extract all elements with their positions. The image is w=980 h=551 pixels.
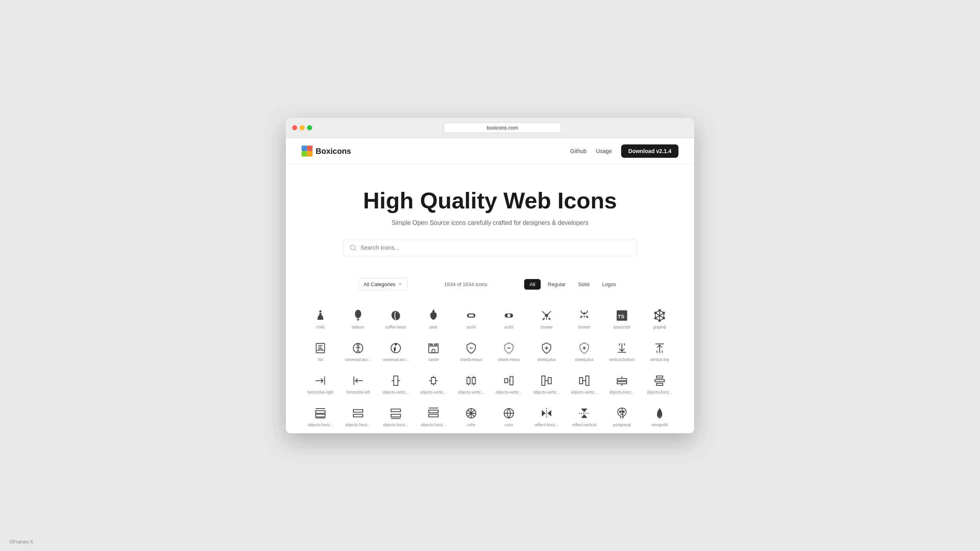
icon-rfid[interactable]: rfid — [302, 336, 339, 368]
github-link[interactable]: Github — [570, 148, 587, 154]
svg-point-6 — [319, 310, 321, 312]
svg-line-22 — [581, 316, 582, 317]
svg-point-34 — [663, 312, 665, 314]
icon-universal-acc-2[interactable]: universal-acc... — [377, 336, 415, 368]
svg-point-120 — [623, 411, 624, 412]
icon-coffee-bean[interactable]: coffee-bean — [377, 303, 415, 336]
svg-rect-103 — [353, 414, 363, 417]
url-display[interactable]: boxicons.com — [444, 122, 561, 133]
icon-vertical-bottom[interactable]: vertical-bottom — [603, 336, 641, 368]
icon-pear[interactable]: pear — [415, 303, 452, 336]
svg-rect-67 — [394, 376, 398, 385]
icon-objects-horiz-2[interactable]: objects-horiz... — [641, 368, 678, 401]
footer-credit: ©Frames X — [9, 539, 33, 545]
maximize-button[interactable] — [307, 125, 312, 130]
search-bar — [343, 239, 637, 256]
icon-objects-horiz-1[interactable]: objects-horiz... — [603, 368, 641, 401]
svg-point-37 — [655, 317, 656, 319]
tab-all[interactable]: All — [524, 279, 541, 290]
download-button[interactable]: Download v2.1.4 — [621, 144, 678, 158]
svg-rect-92 — [617, 382, 627, 384]
svg-rect-91 — [617, 379, 627, 381]
svg-line-24 — [586, 316, 587, 317]
close-button[interactable] — [292, 125, 297, 130]
icon-shower-1[interactable]: shower — [528, 303, 565, 336]
chevron-down-icon — [398, 282, 402, 286]
icon-vertical-top[interactable]: vertical-top — [641, 336, 678, 368]
icon-child[interactable]: child — [302, 303, 339, 336]
svg-point-33 — [659, 310, 660, 311]
svg-rect-96 — [655, 379, 664, 381]
icon-sushi-2[interactable]: sushi — [490, 303, 528, 336]
svg-rect-0 — [302, 146, 307, 151]
icon-typescript[interactable]: TS typescript — [603, 303, 641, 336]
svg-point-35 — [663, 317, 665, 319]
icon-shield-minus-1[interactable]: shield-minus — [452, 336, 490, 368]
svg-point-36 — [659, 320, 660, 321]
icon-castle[interactable]: castle — [415, 336, 452, 368]
svg-line-25 — [581, 316, 581, 318]
svg-point-14 — [507, 314, 510, 317]
svg-rect-108 — [429, 414, 438, 417]
category-dropdown[interactable]: All Categories — [358, 278, 408, 290]
icon-objects-vertic-1[interactable]: objects-vertic... — [377, 368, 415, 401]
svg-point-7 — [355, 310, 361, 318]
icon-shield-minus-2[interactable]: shield-minus — [490, 336, 528, 368]
svg-rect-95 — [656, 376, 663, 378]
svg-rect-75 — [467, 378, 470, 384]
icon-color-2[interactable]: color — [490, 401, 528, 433]
icon-graphql[interactable]: graphql — [641, 303, 678, 336]
usage-link[interactable]: Usage — [596, 148, 612, 154]
navbar: Boxicons Github Usage Download v2.1.4 — [286, 138, 694, 164]
svg-point-15 — [545, 314, 548, 317]
icon-reflect-horiz[interactable]: reflect-horiz... — [528, 401, 565, 433]
svg-line-19 — [543, 318, 543, 320]
tab-regular[interactable]: Regular — [542, 279, 571, 290]
icon-horizontal-right[interactable]: horizontal-right — [302, 368, 339, 401]
search-input[interactable] — [360, 244, 631, 251]
svg-rect-1 — [307, 146, 313, 151]
icon-objects-vertic-4[interactable]: objects-vertic... — [490, 368, 528, 401]
svg-rect-81 — [505, 379, 508, 383]
icon-universal-acc-1[interactable]: universal-acc... — [339, 336, 377, 368]
icon-mongodb[interactable]: mongodb — [641, 401, 678, 433]
address-bar: boxicons.com — [317, 122, 688, 133]
hero-section: High Quality Web Icons Simple Open Sourc… — [286, 164, 694, 272]
icon-objects-vertic-6[interactable]: objects-vertic... — [565, 368, 603, 401]
svg-line-18 — [549, 317, 549, 319]
icon-objects-vertic-3[interactable]: objects-vertic... — [452, 368, 490, 401]
icon-horizontal-left[interactable]: horizontal-left — [339, 368, 377, 401]
filter-bar: All Categories 1634 of 1634 icons All Re… — [343, 272, 637, 297]
svg-rect-48 — [432, 349, 435, 353]
svg-rect-2 — [302, 151, 307, 157]
icon-objects-vertic-5[interactable]: objects-vertic... — [528, 368, 565, 401]
browser-chrome: boxicons.com — [286, 118, 694, 138]
svg-rect-98 — [316, 411, 325, 413]
svg-rect-70 — [431, 378, 436, 384]
icon-objects-horiz-5[interactable]: objects-horiz... — [377, 401, 415, 433]
icon-objects-vertic-2[interactable]: objects-vertic... — [415, 368, 452, 401]
search-icon — [349, 244, 357, 251]
icon-balloon[interactable]: balloon — [339, 303, 377, 336]
icon-reflect-vertical[interactable]: reflect-vertical — [565, 401, 603, 433]
svg-rect-39 — [316, 343, 324, 353]
logo[interactable]: Boxicons — [302, 146, 351, 157]
minimize-button[interactable] — [300, 125, 305, 130]
icon-shower-2[interactable]: shower — [565, 303, 603, 336]
icon-objects-horiz-6[interactable]: objects-horiz... — [415, 401, 452, 433]
svg-rect-86 — [548, 378, 551, 384]
svg-rect-121 — [659, 416, 660, 418]
tab-logos[interactable]: Logos — [597, 279, 622, 290]
icon-postgresql[interactable]: postgresql — [603, 401, 641, 433]
svg-point-119 — [620, 411, 621, 412]
icon-objects-horiz-3[interactable]: objects-horiz... — [302, 401, 339, 433]
filter-tabs: All Regular Solid Logos — [524, 279, 622, 290]
icon-shield-plus-1[interactable]: shield-plus — [528, 336, 565, 368]
icon-sushi-1[interactable]: sushi — [452, 303, 490, 336]
svg-rect-97 — [656, 383, 663, 385]
svg-line-26 — [587, 316, 588, 318]
icon-objects-horiz-4[interactable]: objects-horiz... — [339, 401, 377, 433]
icon-color-1[interactable]: color — [452, 401, 490, 433]
tab-solid[interactable]: Solid — [573, 279, 595, 290]
icon-shield-plus-2[interactable]: shield-plus — [565, 336, 603, 368]
